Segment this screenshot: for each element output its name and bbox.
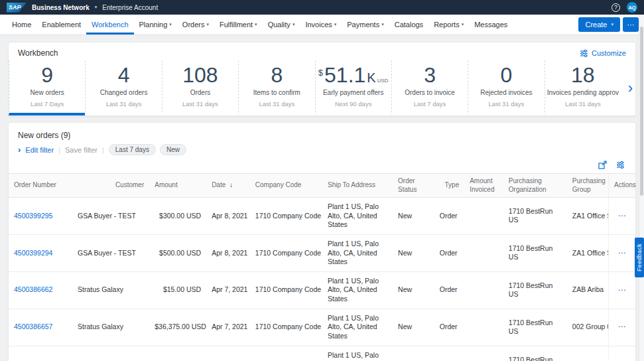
nav-item[interactable]: Orders ▾ xyxy=(177,15,214,35)
customer-cell: GSA Buyer - TEST xyxy=(72,234,149,271)
scrollbar-thumb[interactable] xyxy=(640,27,643,196)
row-actions-button[interactable]: ⋯ xyxy=(617,285,626,295)
column-header[interactable]: Customer xyxy=(72,174,149,198)
create-button[interactable]: Create ▾ xyxy=(578,17,620,32)
column-header[interactable]: Actions xyxy=(608,174,635,198)
column-header[interactable]: Purchasing Group xyxy=(567,174,609,198)
column-header-label: Order Number xyxy=(14,181,56,188)
chevron-down-icon: ▾ xyxy=(206,22,209,27)
product-name: Business Network xyxy=(32,4,90,11)
account-type-badge: Enterprise Account xyxy=(102,4,158,11)
nav-item[interactable]: Workbench ▾ xyxy=(86,15,133,35)
kpi-tile[interactable]: $ 51.1 K USD Early payment offers Next 9… xyxy=(315,60,391,115)
order-status-cell: New xyxy=(393,346,434,361)
kpi-tile[interactable]: 108 Orders Last 31 days xyxy=(162,60,238,115)
column-header-label: Purchasing Organization xyxy=(509,177,547,193)
amount-invoiced-cell xyxy=(464,271,503,309)
feedback-tab[interactable]: Feedback xyxy=(635,238,644,277)
nav-item[interactable]: Home ▾ xyxy=(7,15,36,35)
table-row: 4500399294 GSA Buyer - TEST $500.00 USD … xyxy=(9,234,635,271)
column-header[interactable]: Company Code xyxy=(250,174,322,198)
order-number-link[interactable]: 4500386657 xyxy=(14,323,52,330)
filter-chip[interactable]: Last 7 days xyxy=(109,144,156,155)
column-header[interactable]: Date ↓ xyxy=(206,174,250,198)
nav-item[interactable]: Enablement ▾ xyxy=(36,15,86,35)
customer-cell: Stratus Galaxy xyxy=(72,346,149,361)
nav-items: Home ▾ Enablement ▾ Workbench ▾ Planning… xyxy=(7,15,513,35)
save-filter-link[interactable]: Save filter xyxy=(65,146,97,154)
actions-cell: ⋯ xyxy=(608,234,635,271)
more-actions-button[interactable]: ⋯ xyxy=(623,17,639,32)
nav-item[interactable]: Fulfillment ▾ xyxy=(214,15,263,35)
create-button-label: Create xyxy=(585,21,607,29)
purchasing-group-cell: 002 Group 002 xyxy=(567,309,609,346)
column-header[interactable]: Type xyxy=(434,174,464,198)
column-header[interactable]: Ship To Address xyxy=(322,174,393,198)
nav-item[interactable]: Payments ▾ xyxy=(342,15,389,35)
order-number-link[interactable]: 4500399294 xyxy=(14,249,52,257)
order-status-cell: New xyxy=(393,234,434,271)
nav-item[interactable]: Reports ▾ xyxy=(428,15,469,35)
page-title: Workbench xyxy=(18,48,58,58)
nav-item[interactable]: Quality ▾ xyxy=(263,15,300,35)
shell-bar: SAP Business Network ▾ Enterprise Accoun… xyxy=(0,0,644,15)
column-header[interactable]: Amount xyxy=(149,174,206,198)
help-icon[interactable]: ? xyxy=(612,3,620,12)
tile-period: Last 31 days xyxy=(470,100,542,108)
customer-cell: Stratus Galaxy xyxy=(72,271,149,309)
edit-filter-link[interactable]: Edit filter xyxy=(25,146,54,154)
amount-invoiced-cell xyxy=(464,234,503,271)
nav-item-label: Workbench xyxy=(92,21,128,29)
table-header-row: Order Number Customer Amount xyxy=(9,174,635,198)
kpi-tile[interactable]: 9 New orders Last 7 Days xyxy=(9,60,85,115)
ship-to-cell: Plant 1 US, Palo Alto, CA, United States xyxy=(322,309,393,346)
nav-item[interactable]: Planning ▾ xyxy=(134,15,177,35)
filter-chip[interactable]: New xyxy=(160,144,186,155)
customize-label: Customize xyxy=(592,49,626,57)
column-header[interactable]: Order Number xyxy=(9,174,72,198)
kpi-tile[interactable]: 4 Changed orders Last 31 days xyxy=(85,60,161,115)
nav-item[interactable]: Invoices ▾ xyxy=(300,15,342,35)
sort-desc-icon: ↓ xyxy=(229,181,233,188)
kpi-tile[interactable]: 8 Items to confirm Last 31 days xyxy=(238,60,314,115)
row-actions-button[interactable]: ⋯ xyxy=(617,211,626,220)
export-icon[interactable] xyxy=(598,161,607,169)
column-header[interactable]: Purchasing Organization xyxy=(503,174,567,198)
table-settings-icon[interactable] xyxy=(616,161,625,169)
purchasing-group-cell: ZA1 Office Suppl xyxy=(567,198,609,235)
purchasing-group-cell: ZAB Ariba xyxy=(567,271,609,309)
divider: | xyxy=(102,146,104,154)
nav-item-label: Catalogs xyxy=(395,21,423,29)
order-number-cell: 4500386657 xyxy=(9,309,72,346)
column-header[interactable]: Order Status xyxy=(393,174,434,198)
nav-item[interactable]: Catalogs ▾ xyxy=(389,15,428,35)
column-header[interactable]: Amount Invoiced xyxy=(464,174,503,198)
kpi-tile[interactable]: 0 Rejected invoices Last 31 days xyxy=(468,60,544,115)
kpi-tile[interactable]: 3 Orders to invoice Last 7 days xyxy=(391,60,468,115)
chevron-right-icon[interactable]: › xyxy=(18,145,21,154)
order-number-link[interactable]: 4500386662 xyxy=(14,285,52,293)
purchasing-org-cell: 1710 BestRun US xyxy=(503,346,567,361)
nav-item-label: Planning xyxy=(139,21,168,29)
filter-chips: Last 7 days New xyxy=(109,144,186,155)
chevron-down-icon[interactable]: ▾ xyxy=(95,5,97,10)
customize-button[interactable]: Customize xyxy=(580,49,626,58)
type-cell: Order xyxy=(434,234,464,271)
order-number-link[interactable]: 4500399295 xyxy=(14,212,52,220)
tile-value: 8 xyxy=(271,62,283,88)
amount-invoiced-cell xyxy=(464,346,503,361)
type-cell: Order xyxy=(434,309,464,346)
nav-item[interactable]: Messages ▾ xyxy=(469,15,513,35)
kpi-tile[interactable]: 18 Invoices pending approval Last 31 day… xyxy=(545,60,621,115)
row-actions-button[interactable]: ⋯ xyxy=(617,248,626,257)
tiles-next-button[interactable]: › xyxy=(628,81,633,96)
avatar[interactable]: AQ xyxy=(627,2,637,13)
tile-value: 9 xyxy=(41,62,53,88)
row-actions-button[interactable]: ⋯ xyxy=(617,322,626,331)
date-cell: Apr 7, 2021 xyxy=(206,309,250,346)
filter-row: › Edit filter | Save filter | Last 7 day… xyxy=(9,143,635,155)
customer-cell: Stratus Galaxy xyxy=(72,309,149,346)
amount-invoiced-cell xyxy=(464,309,503,346)
sap-logo: SAP xyxy=(7,3,27,13)
ship-to-cell: Plant 1 US, Palo Alto, CA, United States xyxy=(322,234,393,271)
